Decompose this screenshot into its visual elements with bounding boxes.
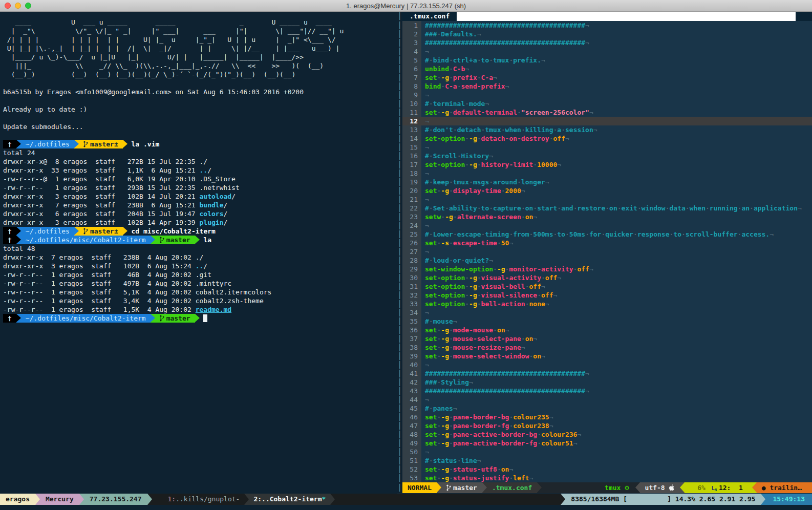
shell-command: cd misc/Cobalt2-iterm [127, 227, 216, 235]
dot-icon: ● [762, 484, 766, 492]
vim-pane[interactable]: │ .tmux.conf │1#########################… [397, 12, 812, 494]
powerline-arrow [437, 482, 441, 493]
terminal-line: ____ U ___ u _____ _____ _ U _____ u ___… [3, 18, 397, 27]
tmux-ip-address: 77.23.155.247 [84, 494, 147, 505]
terminal-cursor [203, 314, 207, 322]
vim-line: │18¬ [397, 169, 812, 178]
prompt-status-icon: † [3, 314, 16, 323]
position-segment: 6% 12: 1 [685, 482, 752, 493]
vim-buffer[interactable]: │1######################################… [397, 21, 812, 482]
git-branch-name: master [453, 484, 477, 492]
powerline-arrow [74, 227, 79, 236]
memory-load-indicator: 8385/16384MB [ ] 14.3% 2.65 2.91 2.95 [565, 494, 761, 505]
vim-tab-filename[interactable]: .tmux.conf [402, 12, 457, 21]
powerline-arrow [761, 494, 765, 505]
vim-tabline-fill [457, 12, 796, 21]
terminal-line: drwxr-xr-x 6 eragos staff 204B 15 Jul 19… [3, 209, 397, 218]
powerline-arrow [561, 494, 565, 505]
powerline-arrow [635, 482, 640, 493]
shell-prompt-line: †~/.dotfiles/misc/Cobalt2-itermmaster la [3, 236, 397, 244]
vim-line: │50¬ [397, 448, 812, 456]
tmux-window-tab[interactable]: 2:..Cobalt2-iterm* [249, 494, 330, 505]
pane-divider: │ [397, 482, 402, 493]
shell-prompt-line: †~/.dotfilesmaster± cd misc/Cobalt2-iter… [3, 227, 397, 236]
tmux-panes: ____ U ___ u _____ _____ _ U _____ u ___… [0, 12, 812, 494]
line-number: 12: [719, 484, 731, 492]
vim-line: │43#####################################… [397, 387, 812, 395]
prompt-git-branch: master± [79, 140, 123, 148]
vim-line: │21¬ [397, 195, 812, 204]
terminal-line [3, 114, 397, 122]
terminal-line: drwxr-xr-x 33 eragos staff 1,1K 6 Aug 15… [3, 166, 397, 175]
git-branch-icon [446, 483, 451, 494]
scroll-percent: 6% [697, 484, 706, 492]
vim-line: │14set-option·-g·detach-on-destroy·off¬ [397, 134, 812, 143]
vim-line: │8bind·C-a·send-prefix¬ [397, 82, 812, 91]
gear-icon [625, 484, 629, 492]
terminal-line [3, 96, 397, 105]
vim-line: │12¬ [397, 117, 812, 125]
close-button[interactable] [5, 3, 11, 9]
vim-line: │9¬ [397, 91, 812, 99]
terminal-line: Already up to date :) [3, 105, 397, 114]
terminal-line: drwxr-xr-x 3 eragos staff 102B 14 Apr 19… [3, 218, 397, 227]
shell-pane[interactable]: ____ U ___ u _____ _____ _ U _____ u ___… [0, 12, 397, 494]
vim-line: │1######################################… [397, 21, 812, 30]
terminal-line: -rw-r--r-- 1 eragos staff 5,1K 4 Aug 20:… [3, 288, 397, 296]
terminal-line: drwxr-xr-x 7 eragos staff 238B 6 Aug 15:… [3, 201, 397, 209]
shell-command: la [200, 236, 211, 244]
tmux-hostname: Mercury [40, 494, 79, 505]
powerline-arrow [151, 314, 155, 323]
line-number-icon [712, 482, 717, 494]
vim-line: │42###·Styling¬ [397, 378, 812, 387]
powerline-arrow [537, 482, 542, 493]
terminal-line: -rw-r--r--@ 1 eragos staff 6,0K 19 Apr 2… [3, 175, 397, 183]
encoding-segment: utf-8 [640, 482, 680, 493]
vim-line: │10#·terminal·mode¬ [397, 99, 812, 108]
terminal-line: drwxr-xr-x 3 eragos staff 102B 14 Jul 20… [3, 192, 397, 201]
vim-tabline: │ .tmux.conf [397, 12, 812, 21]
powerline-arrow [16, 314, 21, 323]
tmux-session-name: eragos [0, 494, 35, 505]
vim-line: │4¬ [397, 47, 812, 56]
vim-line: │13#·don't·detach·tmux·when·killing·a·se… [397, 125, 812, 134]
minimize-button[interactable] [15, 3, 21, 9]
terminal-line: U| |_| |\.-,_| | |_| | | | /| \| _|/ | |… [3, 44, 397, 53]
powerline-arrow [752, 482, 757, 493]
vim-line: │38set·-g·mouse-resize-pane¬ [397, 343, 812, 352]
vim-line: │51#·status·line¬ [397, 456, 812, 465]
vim-line: │29set-window-option·-g·monitor-activity… [397, 265, 812, 273]
terminal-line: drwxr-xr-x 3 eragos staff 102B 6 Aug 15:… [3, 262, 397, 270]
vim-statusline: │ NORMAL master .tmux.conf tmux utf-8 6%… [397, 482, 812, 493]
prompt-status-icon: † [3, 140, 16, 148]
terminal-line: total 24 [3, 148, 397, 157]
apple-icon [669, 484, 675, 492]
window-title: 1. eragos@Mercury | 77.23.155.247 (sh) [346, 2, 466, 10]
terminal-line: -rw-r--r-- 1 eragos staff 46B 4 Aug 20:0… [3, 270, 397, 279]
vim-line: │33set-option·-g·bell-action·none¬ [397, 300, 812, 308]
shell-prompt-line: †~/.dotfiles/misc/Cobalt2-itermmaster [3, 314, 397, 323]
powerline-arrow [330, 494, 335, 505]
statusline-fill [542, 482, 599, 493]
terminal-line [3, 79, 397, 88]
vim-tabline-tail [796, 12, 812, 21]
git-branch-icon [160, 315, 164, 324]
terminal-line: total 48 [3, 244, 397, 253]
vim-line: │30set-option·-g·visual-activity·off¬ [397, 273, 812, 282]
vim-line: │5#·bind·ctrl+a·to·tmux·prefix.¬ [397, 56, 812, 65]
prompt-status-icon: † [3, 227, 16, 236]
vim-line: │44¬ [397, 395, 812, 404]
zoom-button[interactable] [25, 3, 31, 9]
vim-line: │46set·-g·pane-border-bg·colour235¬ [397, 413, 812, 421]
terminal-line: | _"\ \/"_ \/|_ " _| |" ___| ___ |"| \| … [3, 27, 397, 35]
vim-line: │47set·-g·pane-border-fg·colour238¬ [397, 421, 812, 430]
powerline-arrow [16, 227, 21, 236]
tmux-window-tab[interactable]: 1:..kills/gnuplot- [163, 494, 245, 505]
terminal-line: |____/ u \_)-\___/ u |_|U |_| U/| | |___… [3, 53, 397, 61]
status-bar-fill [335, 494, 561, 505]
whitespace-warning: ● trailin… [757, 482, 812, 493]
vim-line: │11set·-g·default-terminal·"screen-256co… [397, 108, 812, 117]
column-number: 1 [739, 484, 743, 492]
powerline-arrow [16, 236, 21, 244]
titlebar[interactable]: 1. eragos@Mercury | 77.23.155.247 (sh) [0, 0, 812, 12]
